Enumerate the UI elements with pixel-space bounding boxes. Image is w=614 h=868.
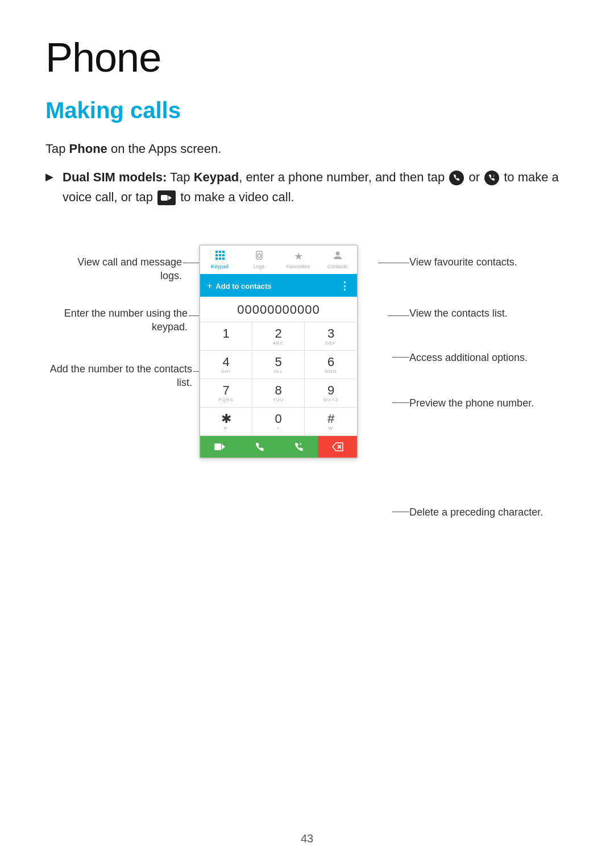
- svg-rect-7: [219, 254, 221, 256]
- svg-rect-4: [219, 251, 221, 253]
- key-star: ✱ P: [200, 408, 252, 436]
- key-hash: # W: [305, 408, 357, 436]
- section-title: Making calls: [45, 98, 569, 123]
- key-8: 8 TUV: [252, 379, 305, 408]
- key-5: 5 JKL: [252, 351, 305, 379]
- logs-tab-icon: [254, 250, 264, 263]
- tab-keypad: Keypad: [200, 246, 239, 275]
- key-0: 0 +: [252, 408, 305, 436]
- keypad-grid: 1 2 ABC 3 DEF 4 GHI 5 JKL: [200, 322, 357, 436]
- call-button-1: [239, 436, 279, 458]
- svg-rect-11: [222, 258, 225, 260]
- key-6: 6 MNO: [305, 351, 357, 379]
- more-options-icon: ⋮: [339, 280, 350, 292]
- tab-logs: Logs: [239, 246, 279, 274]
- tab-keypad-label: Keypad: [211, 264, 229, 269]
- diagram-area: View call and message logs. Enter the nu…: [45, 227, 569, 546]
- line-favourites: [378, 263, 409, 263]
- annotation-preview-number: Preview the phone number.: [409, 397, 546, 410]
- phone-icon-2: 2: [484, 171, 499, 185]
- line-delete: [392, 512, 409, 512]
- action-bar: 2: [200, 436, 357, 458]
- key-3: 3 DEF: [305, 322, 357, 351]
- svg-rect-9: [215, 258, 218, 260]
- phone-number-display: 00000000000: [200, 297, 357, 322]
- tab-favourites: ★ Favourites: [279, 246, 318, 274]
- tab-bar: Keypad Logs ★ Favourites: [200, 246, 357, 275]
- key-1: 1: [200, 322, 252, 351]
- add-plus-icon: +: [207, 281, 212, 291]
- call-button-2: 2: [279, 436, 318, 458]
- tab-contacts-label: Contacts: [327, 264, 348, 269]
- tab-favourites-label: Favourites: [286, 264, 310, 269]
- line-options: [392, 357, 409, 358]
- svg-rect-3: [215, 251, 218, 253]
- svg-point-12: [258, 254, 261, 258]
- intro-paragraph-1: Tap Phone on the Apps screen.: [45, 139, 569, 158]
- phone-icon-1: [449, 171, 464, 185]
- tab-logs-label: Logs: [254, 264, 265, 269]
- svg-rect-8: [222, 254, 225, 256]
- svg-marker-15: [222, 444, 225, 450]
- svg-rect-10: [219, 258, 221, 260]
- keypad-tab-icon: [215, 250, 225, 263]
- tab-contacts: Contacts: [318, 246, 357, 274]
- key-2: 2 ABC: [252, 322, 305, 351]
- annotation-add-contacts: Add the number to the contactslist.: [45, 363, 192, 389]
- video-call-button: [200, 436, 239, 458]
- line-contacts: [388, 315, 409, 316]
- favourites-tab-icon: ★: [294, 250, 303, 263]
- key-9: 9 WXYZ: [305, 379, 357, 408]
- add-contacts-label: Add to contacts: [215, 282, 271, 290]
- add-contacts-bar: + Add to contacts ⋮: [200, 275, 357, 297]
- video-icon: [157, 190, 176, 205]
- annotation-view-logs: View call and message logs.: [57, 256, 182, 283]
- annotation-keypad: Enter the number using thekeypad.: [57, 307, 188, 334]
- key-4: 4 GHI: [200, 351, 252, 379]
- svg-marker-2: [168, 196, 172, 200]
- svg-rect-5: [222, 251, 225, 253]
- annotation-additional-options: Access additional options.: [409, 351, 546, 364]
- dual-sim-bullet: Dual SIM models: Tap Keypad, enter a pho…: [45, 167, 569, 207]
- page-number: 43: [301, 832, 313, 845]
- annotation-delete: Delete a preceding character.: [409, 506, 546, 519]
- contacts-tab-icon: [333, 250, 343, 263]
- delete-button: [318, 436, 357, 458]
- svg-rect-1: [161, 195, 168, 201]
- svg-rect-14: [214, 443, 221, 450]
- svg-text:2: 2: [300, 442, 302, 446]
- page-title: Phone: [45, 34, 569, 81]
- annotation-contacts-list: View the contacts list.: [409, 307, 546, 320]
- annotation-favourites: View favourite contacts.: [409, 256, 546, 269]
- line-preview: [392, 402, 409, 403]
- svg-text:2: 2: [493, 174, 495, 177]
- key-7: 7 PQRS: [200, 379, 252, 408]
- svg-rect-6: [215, 254, 218, 256]
- phone-ui-mockup: Keypad Logs ★ Favourites: [199, 244, 358, 459]
- svg-point-13: [335, 252, 339, 256]
